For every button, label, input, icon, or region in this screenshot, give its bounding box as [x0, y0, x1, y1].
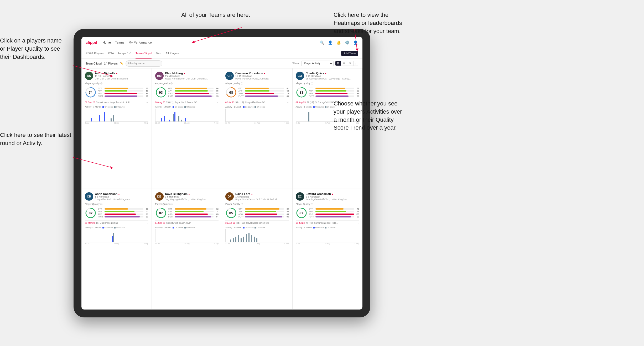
- player-card-david-ford[interactable]: DF David Ford ● 1-5 Handicap Royal North…: [222, 189, 292, 309]
- sort-button[interactable]: ↕: [354, 61, 358, 66]
- stat-row-arg: ARG 84: [98, 92, 148, 95]
- player-grid: AN Aaron Nicholls ● 11-15 Handicap Drift…: [81, 68, 362, 310]
- stat-row-arg: ARG 85: [168, 213, 219, 215]
- quality-content: 82 OTT 60 APP 77 ARG: [85, 207, 148, 219]
- nav-item-teams[interactable]: Teams: [115, 41, 124, 44]
- quality-label: Player Quality ⓘ: [155, 203, 219, 206]
- player-name[interactable]: Aaron Nicholls ●: [95, 72, 148, 75]
- quality-circle[interactable]: 74: [85, 87, 96, 98]
- quality-circle[interactable]: 87: [155, 207, 167, 219]
- tab-team-clippd[interactable]: Team Clippd: [136, 48, 152, 58]
- activity-section: Activity · 1 Month On course Off course: [85, 226, 148, 244]
- round-text: 74 (+3), Sunningdale GC - Old...: [306, 222, 356, 224]
- show-label: Show:: [292, 62, 300, 65]
- stat-row-app: APP 58: [98, 90, 148, 92]
- player-header: AN Aaron Nicholls ● 11-15 Handicap Drift…: [85, 72, 148, 80]
- tab-pgat-players[interactable]: PGAT Players: [86, 48, 104, 58]
- player-handicap: 6-10 Handicap: [306, 75, 359, 77]
- player-card-dave-billingham[interactable]: DB Dave Billingham ● 1-5 Handicap Sag Ma…: [152, 189, 222, 309]
- quality-stats: OTT 73 APP 79 ARG 103 PUTT: [309, 208, 359, 218]
- quality-circle[interactable]: 87: [296, 207, 307, 219]
- latest-round[interactable]: 04 Sep 23 Mobility with coach, Gym →: [155, 220, 219, 224]
- round-date: 02 Jul 23: [225, 101, 235, 104]
- round-arrow: →: [146, 101, 148, 104]
- stat-row-putt: PUTT 85: [98, 95, 148, 97]
- latest-round[interactable]: 26 Aug 23 84 (+12), Royal North Devon GC…: [225, 220, 289, 224]
- quality-circle[interactable]: 68: [225, 87, 237, 98]
- notification-icon[interactable]: 🔔: [336, 40, 341, 45]
- stat-row-putt: PUTT 94: [168, 216, 219, 218]
- search-icon[interactable]: 🔍: [319, 40, 325, 45]
- grid-view-button[interactable]: ⊞: [335, 61, 341, 66]
- latest-round[interactable]: 26 Aug 23 73 (+1), Royal North Devon GC …: [155, 100, 219, 104]
- quality-content: 87 OTT 73 APP 79 ARG: [296, 207, 359, 219]
- quality-circle[interactable]: 93: [155, 87, 167, 98]
- latest-round[interactable]: 02 Sep 23 Sunset round to get back into …: [85, 100, 148, 104]
- tab-pga[interactable]: PGA: [108, 48, 114, 58]
- activity-header: Activity · 1 Month On course Off course: [225, 106, 289, 108]
- player-card-blair-mcharg[interactable]: BM Blair McHarg ● Plus Handicap Royal No…: [152, 68, 222, 189]
- stat-row-app: APP 80: [238, 210, 289, 213]
- round-date: 07 Aug 23: [296, 101, 306, 104]
- player-club: Craigmillar Park, United Kingdom: [95, 198, 148, 201]
- show-select[interactable]: Player Activity Quality Score Trend: [301, 61, 334, 66]
- view-toggle: ⊞ ☰ ▼ ↕: [335, 61, 358, 66]
- tab-tour[interactable]: Tour: [156, 48, 161, 58]
- player-card-cameron-robertson[interactable]: CR Cameron Robertson ● 11-15 Handicap Ro…: [222, 68, 292, 189]
- add-team-button[interactable]: Add Team: [341, 51, 358, 56]
- round-text: 19, Must make putting: [96, 222, 145, 224]
- logo[interactable]: clippd: [86, 40, 97, 45]
- list-view-button[interactable]: ☰: [341, 61, 347, 66]
- latest-round[interactable]: 19 Jul 23 74 (+3), Sunningdale GC - Old.…: [296, 220, 359, 224]
- stat-row-putt: PUTT 92: [309, 216, 359, 218]
- edit-icon[interactable]: ✏️: [120, 62, 123, 65]
- stat-row-arg: ARG 88: [168, 92, 219, 95]
- player-avatar: CQ: [296, 72, 304, 80]
- player-name[interactable]: Blair McHarg ●: [165, 72, 219, 75]
- sub-navigation: PGAT Players PGA Hcaps 1-5 Team Clippd T…: [81, 48, 362, 59]
- search-input[interactable]: [126, 60, 162, 67]
- activity-chart: [225, 109, 289, 122]
- player-name[interactable]: Cameron Robertson ●: [235, 72, 289, 75]
- quality-stats: OTT 60 APP 58 ARG 84 PUTT: [98, 87, 148, 98]
- quality-circle[interactable]: 83: [296, 87, 307, 98]
- activity-chart: [85, 109, 148, 122]
- player-name[interactable]: Dave Billingham ●: [165, 192, 219, 195]
- player-name[interactable]: Charlie Quick ●: [306, 72, 359, 75]
- nav-item-my-performance[interactable]: My Performance: [129, 41, 152, 44]
- player-card-edward-crossman[interactable]: EC Edward Crossman ● 1-5 Handicap Sunnin…: [293, 189, 362, 309]
- stat-row-app: APP 79: [309, 210, 359, 213]
- quality-content: 85 OTT 89 APP 80 ARG: [225, 207, 289, 219]
- activity-legend: On course Off course: [243, 106, 265, 108]
- tab-hcaps[interactable]: Hcaps 1-5: [118, 48, 131, 58]
- quality-circle[interactable]: 85: [225, 207, 237, 219]
- activity-section: Activity · 1 Month On course Off course: [225, 226, 289, 244]
- tab-all-players[interactable]: All Players: [166, 48, 179, 58]
- player-name[interactable]: Edward Crossman ●: [306, 192, 359, 195]
- profile-icon[interactable]: 👤: [327, 40, 333, 45]
- player-card-aaron-nicholls[interactable]: AN Aaron Nicholls ● 11-15 Handicap Drift…: [82, 68, 152, 189]
- player-name[interactable]: David Ford ●: [235, 192, 289, 195]
- stat-row-putt: PUTT 95: [168, 95, 219, 97]
- quality-stats: OTT 77 APP 80 ARG 83 PUTT: [309, 87, 359, 98]
- player-name[interactable]: Chris Robertson ●: [95, 192, 148, 195]
- avatar-icon[interactable]: 👤: [352, 40, 358, 45]
- quality-circle[interactable]: 82: [85, 207, 96, 219]
- stat-row-app: APP 77: [98, 210, 148, 213]
- filter-button[interactable]: ▼: [347, 61, 354, 66]
- quality-label: Player Quality ⓘ: [85, 203, 148, 206]
- activity-legend: On course Off course: [313, 227, 335, 228]
- quality-label: Player Quality ⓘ: [296, 82, 359, 85]
- latest-round[interactable]: 02 Jul 23 59 (+17), Craigmillar Park GC …: [225, 100, 289, 104]
- activity-legend: On course Off course: [173, 106, 195, 108]
- player-club: Royal North Devon Golf Club, United Ki..…: [235, 198, 289, 201]
- quality-label: Player Quality ⓘ: [225, 203, 289, 206]
- nav-item-home[interactable]: Home: [102, 41, 111, 44]
- player-handicap: 1-5 Handicap: [306, 195, 359, 198]
- player-card-chris-robertson[interactable]: CR Chris Robertson ● 1-5 Handicap Craigm…: [82, 189, 152, 309]
- settings-icon[interactable]: ⚙️: [344, 40, 350, 45]
- stat-row-arg: ARG 83: [238, 213, 289, 215]
- player-avatar: AN: [85, 72, 93, 80]
- latest-round[interactable]: 03 Mar 23 19, Must make putting →: [85, 220, 148, 224]
- player-avatar: CR: [85, 192, 93, 201]
